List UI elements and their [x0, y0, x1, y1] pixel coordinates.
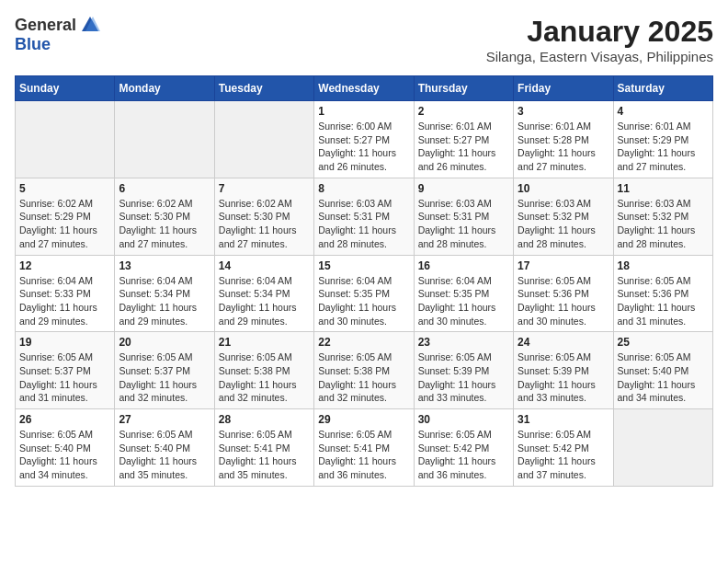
day-number: 7 — [219, 182, 310, 195]
calendar-cell: 7Sunrise: 6:02 AMSunset: 5:30 PMDaylight… — [214, 178, 313, 255]
day-number: 5 — [19, 182, 110, 195]
calendar-week-row: 12Sunrise: 6:04 AMSunset: 5:33 PMDayligh… — [16, 255, 713, 332]
calendar-cell: 18Sunrise: 6:05 AMSunset: 5:36 PMDayligh… — [613, 255, 712, 332]
day-info: Sunrise: 6:02 AMSunset: 5:30 PMDaylight:… — [119, 197, 210, 251]
day-number: 25 — [618, 336, 709, 349]
day-info: Sunrise: 6:04 AMSunset: 5:35 PMDaylight:… — [418, 274, 509, 328]
calendar-cell: 22Sunrise: 6:05 AMSunset: 5:38 PMDayligh… — [314, 332, 414, 409]
day-number: 30 — [418, 413, 509, 426]
calendar-week-row: 5Sunrise: 6:02 AMSunset: 5:29 PMDaylight… — [16, 178, 713, 255]
day-number: 9 — [418, 182, 509, 195]
day-info: Sunrise: 6:04 AMSunset: 5:34 PMDaylight:… — [219, 274, 310, 328]
day-info: Sunrise: 6:03 AMSunset: 5:31 PMDaylight:… — [318, 197, 409, 251]
calendar-cell: 28Sunrise: 6:05 AMSunset: 5:41 PMDayligh… — [214, 409, 313, 487]
day-info: Sunrise: 6:05 AMSunset: 5:42 PMDaylight:… — [518, 428, 609, 482]
day-number: 22 — [318, 336, 409, 349]
logo: General Blue — [15, 15, 100, 54]
day-number: 3 — [518, 105, 609, 118]
day-number: 28 — [219, 413, 310, 426]
calendar-header-row: SundayMondayTuesdayWednesdayThursdayFrid… — [16, 76, 713, 101]
day-info: Sunrise: 6:03 AMSunset: 5:32 PMDaylight:… — [618, 197, 709, 251]
day-number: 16 — [418, 259, 509, 272]
weekday-header: Wednesday — [314, 76, 414, 101]
day-info: Sunrise: 6:05 AMSunset: 5:37 PMDaylight:… — [119, 350, 210, 405]
location-title: Silanga, Eastern Visayas, Philippines — [486, 49, 713, 64]
logo-blue-text: Blue — [15, 35, 51, 54]
weekday-header: Tuesday — [214, 76, 313, 101]
calendar-cell: 9Sunrise: 6:03 AMSunset: 5:31 PMDaylight… — [414, 178, 513, 255]
weekday-header: Thursday — [414, 76, 513, 101]
day-info: Sunrise: 6:05 AMSunset: 5:40 PMDaylight:… — [19, 428, 110, 482]
calendar-cell: 8Sunrise: 6:03 AMSunset: 5:31 PMDaylight… — [314, 178, 414, 255]
day-number: 20 — [119, 336, 210, 349]
calendar-cell: 15Sunrise: 6:04 AMSunset: 5:35 PMDayligh… — [314, 255, 414, 332]
calendar-cell — [115, 101, 214, 178]
calendar-cell: 12Sunrise: 6:04 AMSunset: 5:33 PMDayligh… — [16, 255, 115, 332]
calendar-cell: 24Sunrise: 6:05 AMSunset: 5:39 PMDayligh… — [514, 332, 613, 409]
day-info: Sunrise: 6:02 AMSunset: 5:30 PMDaylight:… — [219, 197, 310, 251]
calendar-cell: 29Sunrise: 6:05 AMSunset: 5:41 PMDayligh… — [314, 409, 414, 487]
calendar-cell: 25Sunrise: 6:05 AMSunset: 5:40 PMDayligh… — [613, 332, 712, 409]
calendar-cell: 6Sunrise: 6:02 AMSunset: 5:30 PMDaylight… — [115, 178, 214, 255]
weekday-header: Monday — [115, 76, 214, 101]
day-info: Sunrise: 6:04 AMSunset: 5:34 PMDaylight:… — [119, 274, 210, 328]
calendar-cell: 13Sunrise: 6:04 AMSunset: 5:34 PMDayligh… — [115, 255, 214, 332]
day-number: 10 — [518, 182, 609, 195]
day-number: 24 — [518, 336, 609, 349]
month-title: January 2025 — [486, 15, 713, 49]
calendar-week-row: 26Sunrise: 6:05 AMSunset: 5:40 PMDayligh… — [16, 409, 713, 487]
day-number: 17 — [518, 259, 609, 272]
day-info: Sunrise: 6:05 AMSunset: 5:36 PMDaylight:… — [618, 274, 709, 328]
day-info: Sunrise: 6:05 AMSunset: 5:41 PMDaylight:… — [318, 428, 409, 482]
day-number: 21 — [219, 336, 310, 349]
day-info: Sunrise: 6:01 AMSunset: 5:27 PMDaylight:… — [418, 120, 509, 174]
day-number: 6 — [119, 182, 210, 195]
day-info: Sunrise: 6:05 AMSunset: 5:40 PMDaylight:… — [618, 350, 709, 405]
calendar-cell: 27Sunrise: 6:05 AMSunset: 5:40 PMDayligh… — [115, 409, 214, 487]
calendar-cell: 2Sunrise: 6:01 AMSunset: 5:27 PMDaylight… — [414, 101, 513, 178]
day-number: 31 — [518, 413, 609, 426]
calendar-cell: 19Sunrise: 6:05 AMSunset: 5:37 PMDayligh… — [16, 332, 115, 409]
calendar-week-row: 19Sunrise: 6:05 AMSunset: 5:37 PMDayligh… — [16, 332, 713, 409]
calendar-cell — [613, 409, 712, 487]
day-number: 27 — [119, 413, 210, 426]
calendar-cell: 21Sunrise: 6:05 AMSunset: 5:38 PMDayligh… — [214, 332, 313, 409]
weekday-header: Friday — [514, 76, 613, 101]
day-info: Sunrise: 6:05 AMSunset: 5:36 PMDaylight:… — [518, 274, 609, 328]
calendar-cell: 14Sunrise: 6:04 AMSunset: 5:34 PMDayligh… — [214, 255, 313, 332]
day-number: 2 — [418, 105, 509, 118]
calendar-cell: 23Sunrise: 6:05 AMSunset: 5:39 PMDayligh… — [414, 332, 513, 409]
calendar-cell: 31Sunrise: 6:05 AMSunset: 5:42 PMDayligh… — [514, 409, 613, 487]
calendar-cell: 17Sunrise: 6:05 AMSunset: 5:36 PMDayligh… — [514, 255, 613, 332]
day-number: 14 — [219, 259, 310, 272]
day-info: Sunrise: 6:05 AMSunset: 5:38 PMDaylight:… — [318, 350, 409, 405]
logo-general-text: General — [15, 16, 76, 35]
day-info: Sunrise: 6:03 AMSunset: 5:32 PMDaylight:… — [518, 197, 609, 251]
calendar-cell: 20Sunrise: 6:05 AMSunset: 5:37 PMDayligh… — [115, 332, 214, 409]
day-number: 4 — [618, 105, 709, 118]
calendar-cell: 5Sunrise: 6:02 AMSunset: 5:29 PMDaylight… — [16, 178, 115, 255]
calendar-cell: 16Sunrise: 6:04 AMSunset: 5:35 PMDayligh… — [414, 255, 513, 332]
calendar-table: SundayMondayTuesdayWednesdayThursdayFrid… — [15, 75, 713, 487]
day-info: Sunrise: 6:05 AMSunset: 5:42 PMDaylight:… — [418, 428, 509, 482]
calendar-cell: 3Sunrise: 6:01 AMSunset: 5:28 PMDaylight… — [514, 101, 613, 178]
title-section: January 2025 Silanga, Eastern Visayas, P… — [486, 15, 713, 64]
day-number: 18 — [618, 259, 709, 272]
day-number: 26 — [19, 413, 110, 426]
day-info: Sunrise: 6:05 AMSunset: 5:38 PMDaylight:… — [219, 350, 310, 405]
calendar-cell: 30Sunrise: 6:05 AMSunset: 5:42 PMDayligh… — [414, 409, 513, 487]
weekday-header: Sunday — [16, 76, 115, 101]
day-number: 19 — [19, 336, 110, 349]
day-number: 1 — [318, 105, 409, 118]
day-info: Sunrise: 6:03 AMSunset: 5:31 PMDaylight:… — [418, 197, 509, 251]
day-info: Sunrise: 6:05 AMSunset: 5:41 PMDaylight:… — [219, 428, 310, 482]
day-info: Sunrise: 6:05 AMSunset: 5:37 PMDaylight:… — [19, 350, 110, 405]
day-info: Sunrise: 6:01 AMSunset: 5:29 PMDaylight:… — [618, 120, 709, 174]
calendar-cell: 10Sunrise: 6:03 AMSunset: 5:32 PMDayligh… — [514, 178, 613, 255]
day-info: Sunrise: 6:02 AMSunset: 5:29 PMDaylight:… — [19, 197, 110, 251]
day-info: Sunrise: 6:01 AMSunset: 5:28 PMDaylight:… — [518, 120, 609, 174]
day-number: 8 — [318, 182, 409, 195]
calendar-cell: 4Sunrise: 6:01 AMSunset: 5:29 PMDaylight… — [613, 101, 712, 178]
day-info: Sunrise: 6:05 AMSunset: 5:40 PMDaylight:… — [119, 428, 210, 482]
day-info: Sunrise: 6:05 AMSunset: 5:39 PMDaylight:… — [518, 350, 609, 405]
